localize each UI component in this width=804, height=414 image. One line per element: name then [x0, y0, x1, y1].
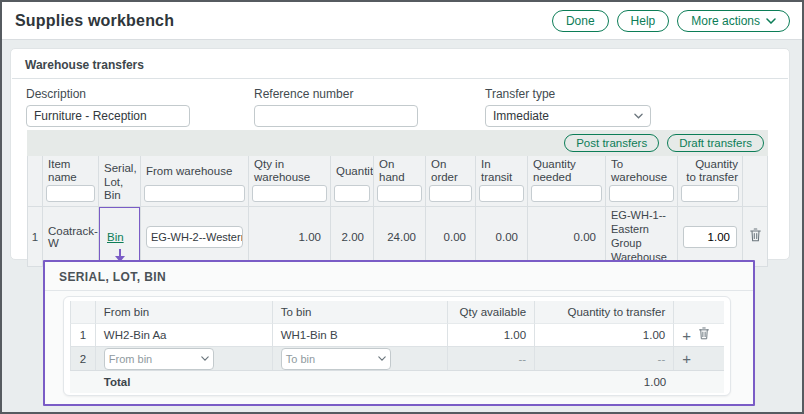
col-quantity-needed: Quantity needed	[528, 156, 606, 206]
from-bin-cell: WH2-Bin Aa	[96, 323, 273, 346]
post-transfers-button[interactable]: Post transfers	[564, 134, 659, 152]
in-transit-cell: 0.00	[476, 207, 528, 267]
from-bin-select[interactable]: From bin	[104, 348, 214, 370]
delete-bin-row-button[interactable]	[698, 327, 710, 343]
bin-row-actions: +	[674, 323, 724, 346]
plus-icon: +	[682, 328, 691, 343]
total-spacer	[70, 370, 96, 393]
reference-field-group: Reference number	[254, 87, 418, 127]
to-warehouse-cell: EG-WH-1--Eastern Group Warehouse	[606, 207, 678, 267]
to-bin-placeholder: To bin	[286, 353, 315, 365]
transfer-type-select[interactable]: Immediate	[485, 105, 651, 127]
more-actions-label: More actions	[691, 14, 760, 28]
bin-quantity-to-transfer-cell: --	[535, 346, 674, 370]
filter-on-hand[interactable]	[377, 185, 422, 202]
card-title: Warehouse transfers	[11, 49, 789, 78]
col-qty-available-label: Qty available	[448, 301, 536, 323]
transfers-table-header: Item name Serial, Lot, Bin From warehous…	[27, 156, 768, 206]
col-from-warehouse-label: From warehouse	[141, 156, 248, 184]
connector-arrow	[119, 249, 121, 256]
quantity-cell: 2.00	[331, 207, 374, 267]
done-button-label: Done	[566, 14, 595, 28]
total-label: Total	[96, 370, 273, 393]
col-quantity-to-transfer-label: Quantity to transfer	[678, 156, 742, 184]
filter-qty-in-warehouse[interactable]	[252, 185, 327, 202]
chevron-down-icon	[634, 113, 643, 119]
app-window: Supplies workbench Done Help More action…	[0, 0, 804, 414]
description-input[interactable]	[26, 105, 190, 127]
col-item-name-label: Item name	[43, 156, 98, 184]
bin-table-row: 2 From bin To bin	[70, 346, 724, 370]
to-warehouse-value: EG-WH-1--Eastern Group Warehouse	[611, 209, 672, 264]
col-in-transit-label: In transit	[476, 156, 527, 184]
quantity-needed-cell: 0.00	[528, 207, 606, 267]
qty-available-cell: 1.00	[448, 323, 536, 346]
rownum-header	[27, 156, 43, 206]
item-name-cell: Coatrack-W	[43, 207, 99, 267]
bin-row-number: 2	[70, 346, 96, 370]
filter-to-warehouse[interactable]	[609, 185, 674, 202]
trash-icon	[749, 228, 762, 245]
divider	[45, 290, 753, 291]
col-item-name: Item name	[43, 156, 99, 206]
from-bin-cell: From bin	[96, 346, 273, 370]
col-from-bin-label: From bin	[96, 301, 273, 323]
chevron-down-icon	[378, 356, 386, 361]
help-button[interactable]: Help	[617, 10, 670, 32]
reference-number-input[interactable]	[254, 105, 418, 127]
add-bin-row-button[interactable]: +	[682, 351, 691, 366]
col-on-order: On order	[426, 156, 476, 206]
col-to-bin-label: To bin	[273, 301, 448, 323]
draft-transfers-button[interactable]: Draft transfers	[667, 134, 764, 152]
col-on-hand-label: On hand	[374, 156, 425, 184]
col-in-transit: In transit	[476, 156, 528, 206]
bin-row-number: 1	[70, 323, 96, 346]
description-field-group: Description	[26, 87, 190, 127]
bin-actions-header	[674, 301, 724, 323]
transfers-grid-region: Post transfers Draft transfers Item name…	[27, 130, 768, 256]
chevron-down-icon	[201, 356, 209, 361]
bin-table-header: From bin To bin Qty available Quantity t…	[70, 301, 724, 323]
bin-quantity-to-transfer-cell: 1.00	[535, 323, 674, 346]
col-from-warehouse: From warehouse	[141, 156, 249, 206]
col-on-order-label: On order	[426, 156, 475, 184]
serial-lot-bin-card: From bin To bin Qty available Quantity t…	[63, 296, 731, 396]
to-bin-cell: To bin	[273, 346, 448, 370]
quantity-to-transfer-cell	[678, 207, 743, 267]
filter-quantity-needed[interactable]	[531, 185, 602, 202]
chevron-down-icon	[766, 18, 776, 24]
filter-item-name[interactable]	[46, 185, 95, 202]
col-bin-quantity-to-transfer-label: Quantity to transfer	[535, 301, 674, 323]
top-bar: Supplies workbench Done Help More action…	[2, 2, 802, 40]
transfers-table: Item name Serial, Lot, Bin From warehous…	[27, 156, 768, 267]
bin-link[interactable]: Bin	[107, 231, 124, 243]
filter-on-order[interactable]	[429, 185, 472, 202]
filter-quantity-to-transfer[interactable]	[681, 185, 739, 202]
filter-in-transit[interactable]	[479, 185, 524, 202]
delete-row-button[interactable]	[749, 228, 762, 245]
transfer-type-value: Immediate	[493, 109, 549, 123]
from-warehouse-select[interactable]: EG-WH-2--Western Gr	[146, 226, 243, 248]
filter-from-warehouse[interactable]	[144, 185, 245, 202]
divider	[12, 78, 788, 79]
help-button-label: Help	[631, 14, 656, 28]
total-spacer	[674, 370, 724, 393]
total-spacer	[273, 370, 448, 393]
serial-lot-bin-panel-title: SERIAL, LOT, BIN	[45, 262, 753, 290]
bin-row-actions: +	[674, 346, 724, 370]
col-serial-lot-bin: Serial, Lot, Bin	[99, 156, 141, 206]
to-bin-select[interactable]: To bin	[281, 348, 391, 370]
add-bin-row-button[interactable]: +	[682, 328, 691, 343]
qty-in-warehouse-cell: 1.00	[249, 207, 331, 267]
from-warehouse-cell: EG-WH-2--Western Gr	[141, 207, 249, 267]
filter-quantity[interactable]	[334, 185, 370, 202]
qty-available-cell: --	[448, 346, 536, 370]
to-bin-cell: WH1-Bin B	[273, 323, 448, 346]
done-button[interactable]: Done	[552, 10, 609, 32]
col-qty-in-warehouse: Qty in warehouse	[249, 156, 331, 206]
warehouse-transfers-card: Warehouse transfers Description Referenc…	[10, 48, 790, 260]
bin-table-total-row: Total 1.00	[70, 370, 724, 393]
transfer-form: Description Reference number Transfer ty…	[11, 87, 789, 127]
more-actions-button[interactable]: More actions	[677, 10, 790, 32]
quantity-to-transfer-input[interactable]	[683, 226, 737, 248]
